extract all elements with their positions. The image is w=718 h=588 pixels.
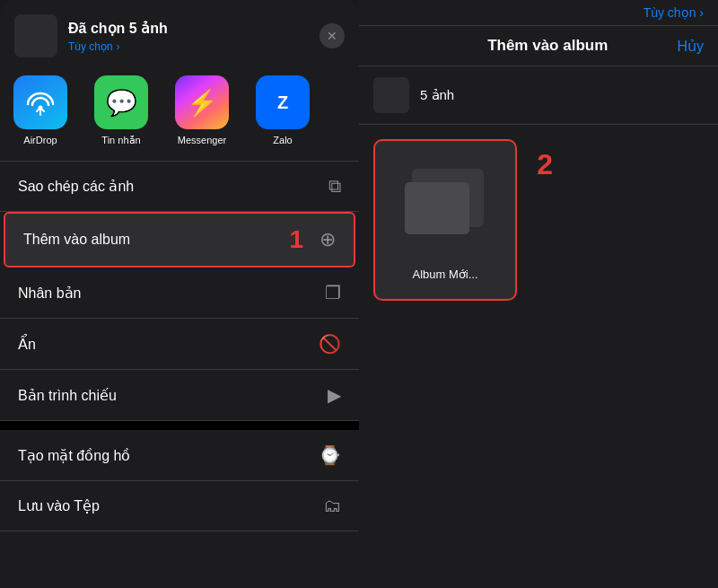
copy-label: Sao chép các ảnh (18, 178, 134, 195)
action-hide[interactable]: Ẩn 🚫 (0, 319, 359, 370)
messenger-icon: ⚡ (175, 75, 229, 129)
app-messages[interactable]: 💬 Tin nhắn (81, 72, 162, 150)
right-panel-title: Thêm vào album (418, 37, 677, 55)
header-title: Đã chọn 5 ảnh (68, 20, 309, 37)
slideshow-icon: ▶ (328, 384, 341, 406)
selected-count: 5 ảnh (420, 87, 454, 103)
hide-label: Ẩn (18, 336, 36, 353)
app-zalo[interactable]: Z Zalo (242, 72, 323, 150)
add-album-icon: ⊕ (320, 228, 336, 251)
action-duplicate[interactable]: Nhân bản ❐ (0, 268, 359, 319)
album-grid: Album Mới... 2 (359, 125, 718, 588)
close-button[interactable]: ✕ (320, 23, 345, 48)
duplicate-icon: ❐ (325, 282, 341, 303)
airdrop-icon (13, 75, 67, 129)
share-header: Đã chọn 5 ảnh Tùy chọn › ✕ (0, 0, 359, 65)
action-list-2: Tạo mặt đồng hồ ⌚ Lưu vào Tệp 🗂 (0, 430, 359, 531)
action-slideshow[interactable]: Bản trình chiếu ▶ (0, 370, 359, 421)
slideshow-label: Bản trình chiếu (18, 387, 117, 404)
action-add-album[interactable]: Thêm vào album 1 ⊕ (4, 212, 355, 268)
top-link-bar: Tùy chọn › (359, 0, 718, 26)
step-1-number: 1 (289, 225, 303, 254)
album-new-icon-area (396, 160, 495, 259)
watchface-label: Tạo mặt đồng hồ (18, 447, 130, 464)
tuy-chon-top-link[interactable]: Tùy chọn › (644, 5, 704, 20)
zalo-label: Zalo (273, 135, 292, 145)
action-watchface[interactable]: Tạo mặt đồng hồ ⌚ (0, 430, 359, 481)
airdrop-label: AirDrop (23, 135, 57, 145)
step-2-number: 2 (537, 148, 553, 181)
section-gap (0, 421, 359, 430)
cancel-button[interactable]: Hủy (677, 38, 704, 55)
album-new-wrapper: Album Mới... 2 (373, 139, 517, 301)
app-airdrop[interactable]: AirDrop (0, 72, 81, 150)
action-savefile[interactable]: Lưu vào Tệp 🗂 (0, 481, 359, 531)
add-album-label: Thêm vào album (23, 232, 130, 248)
messages-icon: 💬 (94, 75, 148, 129)
duplicate-label: Nhân bản (18, 285, 82, 302)
selected-info: 5 ảnh (359, 66, 718, 125)
selected-thumbnail (14, 14, 57, 57)
hide-icon: 🚫 (319, 333, 341, 355)
header-subtitle[interactable]: Tùy chọn › (68, 39, 309, 53)
header-text: Đã chọn 5 ảnh Tùy chọn › (68, 20, 309, 53)
savefile-label: Lưu vào Tệp (18, 497, 100, 514)
selected-thumb-right (373, 77, 409, 113)
right-panel-header: Thêm vào album Hủy (359, 26, 718, 66)
action-list-1: Sao chép các ảnh ⧉ Thêm vào album 1 ⊕ Nh… (0, 162, 359, 421)
action-copy[interactable]: Sao chép các ảnh ⧉ (0, 162, 359, 212)
album-new-label: Album Mới... (412, 268, 477, 281)
album-new-card[interactable]: Album Mới... (373, 139, 517, 301)
app-messenger[interactable]: ⚡ Messenger (162, 72, 242, 150)
messages-label: Tin nhắn (101, 135, 140, 146)
copy-icon: ⧉ (328, 176, 341, 197)
watchface-icon: ⌚ (319, 444, 341, 466)
right-panel: Tùy chọn › Thêm vào album Hủy 5 ảnh Albu… (359, 0, 718, 588)
album-rect-front (405, 182, 469, 234)
zalo-icon: Z (256, 75, 310, 129)
savefile-icon: 🗂 (323, 496, 341, 516)
apps-row: AirDrop 💬 Tin nhắn ⚡ Messenger Z Zalo (0, 65, 359, 161)
left-panel: Đã chọn 5 ảnh Tùy chọn › ✕ AirD (0, 0, 359, 588)
messenger-label: Messenger (178, 135, 226, 145)
